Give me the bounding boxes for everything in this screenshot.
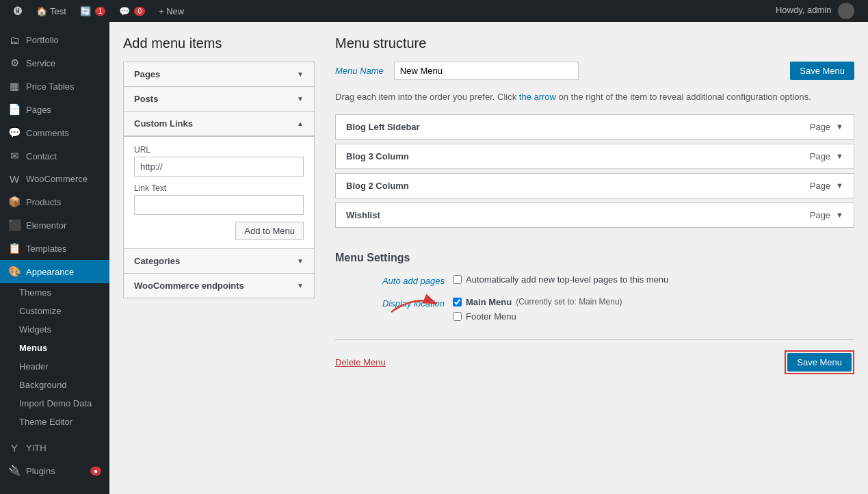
contact-icon: ✉ [8, 150, 21, 162]
chevron-down-icon: ▼ [297, 95, 304, 103]
templates-icon: 📋 [8, 242, 21, 255]
adminbar-test[interactable]: 🏠 Test [29, 0, 73, 22]
sidebar-sub-header[interactable]: Header [0, 357, 109, 376]
sidebar-item-yith[interactable]: Y YITH [0, 437, 109, 459]
menu-structure-panel: Menu structure Menu Name Save Menu Drag … [335, 36, 854, 374]
menu-settings: Menu Settings Auto add pages Automatical… [335, 245, 854, 326]
adminbar-comments[interactable]: 💬 0 [112, 0, 152, 22]
menu-footer: Delete Menu Save Menu [335, 339, 854, 374]
link-text-row: Link Text [134, 183, 304, 215]
auto-add-checkbox-row: Automatically add new top-level pages to… [453, 274, 854, 285]
sidebar-sub-background[interactable]: Background [0, 376, 109, 394]
sidebar-item-pages[interactable]: 📄 Pages [0, 98, 109, 121]
accordion-woocommerce-endpoints-header[interactable]: WooCommerce endpoints ▼ [124, 274, 314, 298]
auto-add-value: Automatically add new top-level pages to… [453, 274, 854, 289]
main-menu-checkbox[interactable] [453, 298, 462, 307]
menu-item-blog-3-column: Blog 3 Column Page ▼ [335, 144, 854, 169]
plugins-icon: 🔌 [8, 465, 21, 477]
menu-name-input[interactable] [394, 62, 579, 80]
wp-logo-icon: 🅦 [14, 6, 23, 16]
menu-structure-title: Menu structure [335, 36, 854, 51]
sidebar-item-elementor[interactable]: ⬛ Elementor [0, 213, 109, 237]
delete-menu-link[interactable]: Delete Menu [335, 357, 386, 367]
home-icon: 🏠 [36, 6, 47, 16]
sidebar-item-appearance[interactable]: 🎨 Appearance [0, 260, 109, 283]
url-row: URL [134, 145, 304, 177]
products-icon: 📦 [8, 196, 21, 208]
menu-name-row: Menu Name Save Menu [335, 62, 854, 80]
sidebar-item-plugins[interactable]: 🔌 Plugins ● [0, 459, 109, 482]
chevron-down-icon: ▼ [297, 257, 304, 265]
menu-item-wishlist: Wishlist Page ▼ [335, 203, 854, 228]
accordion-custom-links-header[interactable]: Custom Links ▲ [124, 112, 314, 136]
sidebar-portfolio[interactable]: 🗂 Portfolio [0, 29, 109, 51]
adminbar-user: Howdy, admin [769, 3, 861, 19]
yith-icon: Y [8, 442, 21, 454]
accordion-pages: Pages ▼ [123, 62, 315, 87]
sidebar-item-woocommerce[interactable]: W WooCommerce [0, 168, 109, 190]
menu-item-blog-2-column: Blog 2 Column Page ▼ [335, 173, 854, 198]
sidebar-item-service[interactable]: ⚙ Service [0, 51, 109, 75]
url-input[interactable] [134, 157, 304, 177]
chevron-down-icon: ▼ [297, 282, 304, 289]
adminbar-updates[interactable]: 🔄 1 [73, 0, 113, 22]
menu-item-chevron-icon[interactable]: ▼ [836, 122, 843, 131]
main-menu-checkbox-row: Main Menu (Currently set to: Main Menu) [453, 297, 854, 307]
sidebar-sub-themes[interactable]: Themes [0, 283, 109, 302]
auto-add-checkbox[interactable] [453, 275, 462, 284]
link-text-input[interactable] [134, 195, 304, 215]
menu-item-chevron-icon[interactable]: ▼ [836, 152, 843, 160]
wp-logo[interactable]: 🅦 [7, 0, 29, 22]
save-menu-button-top[interactable]: Save Menu [790, 62, 854, 80]
menu-settings-title: Menu Settings [335, 252, 854, 264]
red-arrow-annotation [388, 291, 443, 315]
sidebar-sub-theme-editor[interactable]: Theme Editor [0, 413, 109, 431]
footer-menu-checkbox-row: Footer Menu [453, 311, 854, 322]
sidebar-sub-customize[interactable]: Customize [0, 302, 109, 320]
accordion-woocommerce-endpoints: WooCommerce endpoints ▼ [123, 273, 315, 298]
add-to-menu-button[interactable]: Add to Menu [235, 222, 304, 240]
custom-links-body: URL Link Text Add to Menu [124, 136, 314, 248]
display-location-value: Main Menu (Currently set to: Main Menu) … [453, 297, 854, 326]
sidebar-sub-widgets[interactable]: Widgets [0, 320, 109, 339]
avatar [838, 3, 854, 19]
sidebar-sub-import-demo[interactable]: Import Demo Data [0, 394, 109, 413]
auto-add-label: Auto add pages [335, 274, 445, 286]
footer-menu-checkbox[interactable] [453, 312, 462, 321]
sidebar-item-products[interactable]: 📦 Products [0, 190, 109, 213]
save-menu-highlight: Save Menu [785, 350, 854, 374]
portfolio-icon: 🗂 [8, 34, 21, 46]
adminbar-new[interactable]: + New [152, 0, 191, 22]
accordion-custom-links: Custom Links ▲ URL Link Text [123, 111, 315, 249]
menu-item-chevron-icon[interactable]: ▼ [836, 181, 843, 190]
updates-icon: 🔄 [80, 6, 91, 16]
sidebar-item-contact[interactable]: ✉ Contact [0, 144, 109, 168]
menu-items-list: Blog Left Sidebar Page ▼ Blog 3 Column P… [335, 114, 854, 228]
accordion-posts: Posts ▼ [123, 86, 315, 112]
sidebar-item-comments[interactable]: 💬 Comments [0, 121, 109, 144]
accordion-categories: Categories ▼ [123, 248, 315, 274]
link-text-label: Link Text [134, 183, 304, 193]
main-content: Add menu items Pages ▼ Posts ▼ [109, 22, 868, 494]
pages-icon: 📄 [8, 103, 21, 116]
sidebar-item-price-tables[interactable]: ▦ Price Tables [0, 75, 109, 98]
price-tables-icon: ▦ [8, 80, 21, 92]
save-menu-button-bottom[interactable]: Save Menu [787, 353, 852, 372]
plugins-badge: ● [90, 467, 101, 476]
menu-name-label: Menu Name [335, 66, 384, 76]
sidebar-item-templates[interactable]: 📋 Templates [0, 237, 109, 260]
accordion-categories-header[interactable]: Categories ▼ [124, 249, 314, 273]
sidebar-sub-menus[interactable]: Menus [0, 339, 109, 357]
menu-item-chevron-icon[interactable]: ▼ [836, 211, 843, 219]
comments-icon: 💬 [119, 6, 130, 16]
comments-icon: 💬 [8, 127, 21, 139]
accordion-posts-header[interactable]: Posts ▼ [124, 87, 314, 111]
woocommerce-icon: W [8, 173, 21, 185]
menu-item-blog-left-sidebar: Blog Left Sidebar Page ▼ [335, 114, 854, 140]
settings-grid: Auto add pages Automatically add new top… [335, 274, 854, 326]
accordion-pages-header[interactable]: Pages ▼ [124, 62, 314, 86]
elementor-icon: ⬛ [8, 219, 21, 231]
add-menu-items-panel: Add menu items Pages ▼ Posts ▼ [123, 36, 315, 298]
service-icon: ⚙ [8, 57, 21, 69]
sidebar: 🗂 Portfolio ⚙ Service ▦ Price Tables 📄 P… [0, 22, 109, 494]
